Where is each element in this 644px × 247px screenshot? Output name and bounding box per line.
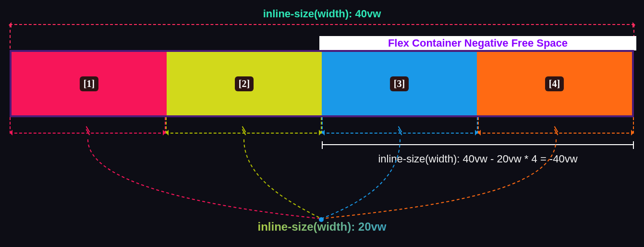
negative-free-space-caption: Flex Container Negative Free Space — [319, 36, 636, 50]
flex-item-badge: [3] — [390, 76, 409, 91]
arrow-left-icon — [478, 130, 481, 136]
arrow-left-icon — [10, 130, 12, 136]
flex-container: [1] [2] [3] [4] — [10, 50, 634, 117]
arrow-left-icon — [9, 22, 12, 28]
item-width-dim-2 — [166, 126, 322, 140]
flex-item-badge: [4] — [545, 76, 564, 91]
flex-item-1: [1] — [12, 52, 167, 115]
container-width-label: inline-size(width): 40vw — [0, 8, 644, 20]
flex-item-4: [4] — [477, 52, 632, 115]
arrow-left-icon — [166, 130, 169, 136]
container-width-dimension — [10, 24, 634, 34]
item-width-dim-1 — [10, 126, 166, 140]
negative-space-bracket — [322, 144, 634, 151]
item-width-dim-3 — [322, 126, 478, 140]
item-width-label: inline-size(width): 20vw — [0, 220, 644, 234]
negative-space-formula: inline-size(width): 40vw - 20vw * 4 = -4… — [322, 153, 634, 165]
flex-item-badge: [2] — [235, 76, 254, 91]
arrow-right-icon — [631, 130, 634, 136]
flex-item-3: [3] — [322, 52, 477, 115]
arrow-right-icon — [632, 22, 635, 28]
item-width-dimensions — [10, 126, 634, 140]
arrow-left-icon — [322, 130, 325, 136]
flex-item-2: [2] — [167, 52, 322, 115]
flex-item-badge: [1] — [80, 76, 98, 91]
item-width-dim-4 — [478, 126, 634, 140]
